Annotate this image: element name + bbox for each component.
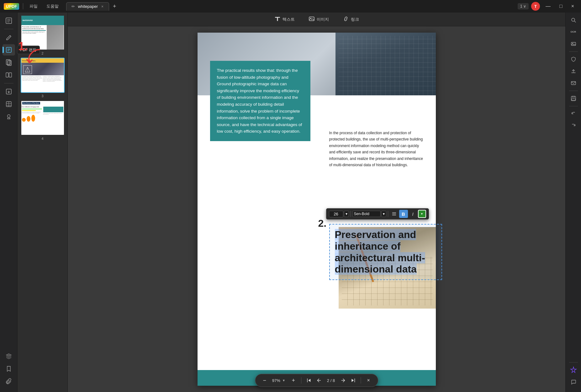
thumb-inner-4: Basic Elements of Plane Space Pay to col… bbox=[21, 101, 64, 135]
next-page-button[interactable] bbox=[339, 376, 347, 385]
font-size-input[interactable] bbox=[329, 211, 343, 217]
sidebar-extract-icon[interactable] bbox=[3, 86, 15, 97]
svg-rect-35 bbox=[571, 96, 576, 101]
svg-rect-37 bbox=[572, 99, 575, 100]
thumb-inner-2: WHITEPAPER Preservation and inheritance … bbox=[21, 16, 64, 50]
active-indicator bbox=[3, 47, 4, 53]
right-comment-icon[interactable] bbox=[568, 377, 579, 387]
link-tool-icon bbox=[343, 16, 349, 23]
svg-rect-11 bbox=[9, 73, 12, 77]
thumb-inner-3: Geometric Philosophy The specification o… bbox=[21, 58, 64, 92]
svg-point-30 bbox=[572, 18, 575, 21]
menu-file[interactable]: 파일 bbox=[27, 2, 40, 10]
right-text-block: In the process of data collection and pr… bbox=[329, 130, 426, 168]
right-search-icon[interactable] bbox=[568, 15, 579, 25]
title-bar-right: 1 ∨ T — □ × bbox=[518, 2, 577, 11]
sidebar-reader-icon[interactable] bbox=[3, 15, 15, 26]
pdf-page: The practical results show that: through… bbox=[198, 33, 436, 386]
svg-line-31 bbox=[574, 21, 576, 22]
minimize-button[interactable]: — bbox=[542, 2, 554, 10]
bold-button[interactable]: B bbox=[399, 210, 408, 218]
sidebar-layers-icon[interactable] bbox=[3, 351, 15, 362]
tab-label: whitepaper bbox=[78, 4, 98, 9]
first-page-button[interactable] bbox=[304, 376, 313, 385]
sidebar-bookmark-icon[interactable] bbox=[3, 363, 15, 374]
step-2-label: 2. bbox=[318, 218, 327, 229]
image-tool-icon bbox=[309, 16, 315, 23]
thumbnail-page-2[interactable]: WHITEPAPER Preservation and inheritance … bbox=[20, 15, 65, 55]
right-ocr-icon[interactable]: OCR bbox=[568, 27, 579, 37]
zoom-close-button[interactable]: × bbox=[364, 376, 373, 385]
font-name-selector[interactable]: Sen-Bold bbox=[352, 211, 381, 217]
svg-rect-9 bbox=[8, 61, 11, 66]
link-tool-button[interactable]: 링크 bbox=[340, 14, 362, 25]
close-button[interactable]: × bbox=[568, 2, 577, 10]
thumb-frame-3: Geometric Philosophy The specification o… bbox=[21, 58, 65, 93]
sidebar-bottom bbox=[3, 351, 15, 389]
right-redo-icon[interactable] bbox=[568, 121, 579, 131]
prev-page-button[interactable] bbox=[314, 376, 323, 385]
italic-button[interactable]: I bbox=[409, 210, 417, 218]
zoom-in-button[interactable]: + bbox=[289, 376, 298, 385]
sidebar-divider-1 bbox=[4, 29, 13, 29]
teal-paragraph-text: The practical results show that: through… bbox=[217, 68, 302, 134]
right-panel-bottom bbox=[568, 362, 579, 389]
sidebar-table-icon[interactable] bbox=[3, 98, 15, 110]
right-image-edit-icon[interactable] bbox=[568, 39, 579, 49]
text-format-toolbar: ▾ Sen-Bold ▾ B I ▼ bbox=[326, 208, 429, 220]
right-export-icon[interactable] bbox=[568, 66, 579, 76]
heading-highlight-4: dimensional data bbox=[335, 263, 417, 275]
updf-logo[interactable]: UPDF bbox=[4, 3, 19, 10]
text-tool-icon bbox=[274, 16, 281, 23]
image-tool-label: 이미지 bbox=[317, 17, 329, 22]
fmt-separator-1 bbox=[351, 211, 351, 217]
last-page-button[interactable] bbox=[349, 376, 357, 385]
right-mail-icon[interactable] bbox=[568, 78, 579, 88]
zoom-display: 97% ▾ bbox=[270, 378, 288, 383]
sidebar-pages-icon[interactable] bbox=[3, 57, 15, 68]
tab-edit-icon: ✏ bbox=[71, 4, 75, 9]
font-name-dropdown-arrow[interactable]: ▾ bbox=[381, 211, 386, 217]
svg-rect-23 bbox=[309, 17, 314, 21]
right-save-icon[interactable] bbox=[568, 93, 579, 103]
selected-text-box[interactable]: Preservation and inheritance of architec… bbox=[329, 224, 442, 280]
page-indicator: 2 / 8 bbox=[325, 378, 337, 383]
color-swatch-button[interactable]: ▼ bbox=[418, 210, 426, 218]
thumbnail-page-3[interactable]: Geometric Philosophy The specification o… bbox=[20, 58, 65, 98]
sidebar-annotate-icon[interactable] bbox=[3, 32, 15, 43]
zoom-separator bbox=[301, 377, 301, 384]
pdf-canvas[interactable]: The practical results show that: through… bbox=[68, 26, 565, 392]
right-panel: OCR bbox=[565, 13, 581, 392]
zoom-dropdown-arrow[interactable]: ▾ bbox=[282, 378, 286, 383]
sidebar-pdf-edit-icon[interactable]: PDF 편집 bbox=[3, 44, 15, 56]
new-tab-button[interactable]: + bbox=[110, 3, 119, 10]
align-button[interactable] bbox=[390, 210, 399, 218]
svg-rect-22 bbox=[277, 17, 278, 21]
image-tool-button[interactable]: 이미지 bbox=[305, 14, 332, 25]
right-divider-1 bbox=[569, 51, 578, 52]
text-tool-button[interactable]: 텍스트 bbox=[271, 14, 298, 25]
user-avatar[interactable]: T bbox=[531, 2, 540, 11]
font-size-dropdown[interactable]: ▾ bbox=[344, 211, 349, 217]
thumbnail-page-4[interactable]: Basic Elements of Plane Space Pay to col… bbox=[20, 100, 65, 140]
selected-heading-text: Preservation and inheritance of architec… bbox=[335, 229, 436, 275]
sidebar-divider-2 bbox=[4, 83, 13, 83]
svg-point-17 bbox=[7, 115, 10, 118]
zoom-out-button[interactable]: − bbox=[260, 376, 269, 385]
menu-help[interactable]: 도움말 bbox=[44, 2, 61, 10]
sidebar-compare-icon[interactable] bbox=[3, 69, 15, 81]
svg-rect-36 bbox=[573, 96, 574, 98]
right-undo-icon[interactable] bbox=[568, 109, 579, 119]
right-protect-icon[interactable] bbox=[568, 54, 579, 64]
tab-whitepaper[interactable]: ✏ whitepaper × bbox=[66, 2, 109, 11]
page-nav-control[interactable]: 1 ∨ bbox=[518, 3, 529, 9]
right-ai-icon[interactable] bbox=[568, 365, 579, 375]
sidebar-attach-icon[interactable] bbox=[3, 376, 15, 387]
thumb-frame-2: WHITEPAPER Preservation and inheritance … bbox=[21, 15, 65, 50]
right-divider-4 bbox=[569, 362, 578, 363]
svg-rect-32 bbox=[571, 42, 576, 45]
tab-close-button[interactable]: × bbox=[100, 4, 104, 9]
svg-rect-34 bbox=[571, 82, 576, 85]
maximize-button[interactable]: □ bbox=[556, 2, 566, 10]
sidebar-stamp-icon[interactable] bbox=[3, 111, 15, 122]
